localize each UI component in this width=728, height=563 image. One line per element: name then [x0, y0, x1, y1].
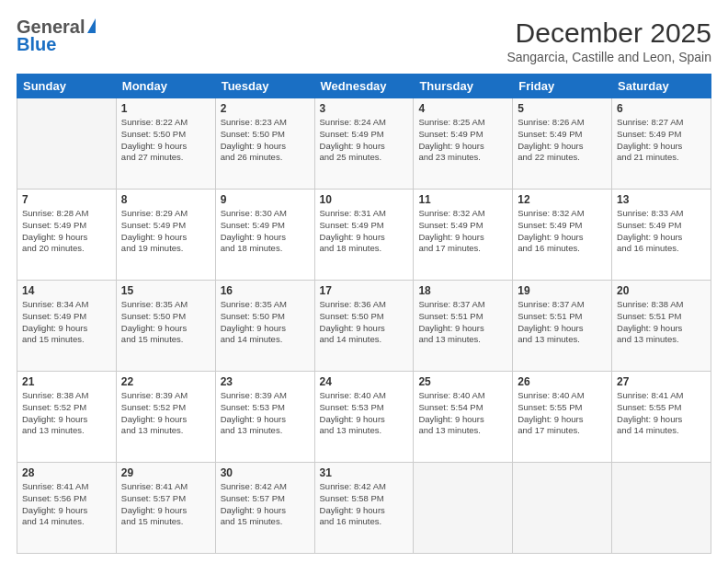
day-info: Sunrise: 8:30 AM Sunset: 5:49 PM Dayligh… [221, 208, 310, 255]
cell-w4-d5: 25Sunrise: 8:40 AM Sunset: 5:54 PM Dayli… [414, 372, 513, 463]
cell-w1-d2: 1Sunrise: 8:22 AM Sunset: 5:50 PM Daylig… [116, 98, 215, 190]
day-info: Sunrise: 8:22 AM Sunset: 5:50 PM Dayligh… [121, 117, 210, 164]
day-number: 13 [617, 193, 706, 206]
day-info: Sunrise: 8:29 AM Sunset: 5:49 PM Dayligh… [121, 208, 210, 255]
cell-w2-d2: 8Sunrise: 8:29 AM Sunset: 5:49 PM Daylig… [116, 190, 215, 281]
day-number: 7 [22, 193, 111, 206]
day-info: Sunrise: 8:32 AM Sunset: 5:49 PM Dayligh… [418, 208, 507, 255]
day-number: 28 [22, 466, 111, 479]
day-number: 1 [121, 102, 210, 115]
cell-w5-d5 [414, 463, 513, 554]
day-number: 6 [617, 102, 706, 115]
day-info: Sunrise: 8:42 AM Sunset: 5:57 PM Dayligh… [221, 481, 310, 528]
cell-w2-d3: 9Sunrise: 8:30 AM Sunset: 5:49 PM Daylig… [215, 190, 314, 281]
cell-w2-d4: 10Sunrise: 8:31 AM Sunset: 5:49 PM Dayli… [314, 190, 414, 281]
day-info: Sunrise: 8:38 AM Sunset: 5:52 PM Dayligh… [22, 390, 111, 437]
day-info: Sunrise: 8:39 AM Sunset: 5:53 PM Dayligh… [221, 390, 310, 437]
cell-w1-d5: 4Sunrise: 8:25 AM Sunset: 5:49 PM Daylig… [414, 98, 513, 190]
day-number: 23 [221, 375, 310, 388]
main-title: December 2025 [506, 17, 711, 50]
cell-w3-d2: 15Sunrise: 8:35 AM Sunset: 5:50 PM Dayli… [116, 281, 215, 372]
day-info: Sunrise: 8:42 AM Sunset: 5:58 PM Dayligh… [320, 481, 409, 528]
day-info: Sunrise: 8:35 AM Sunset: 5:50 PM Dayligh… [121, 299, 210, 346]
cell-w2-d1: 7Sunrise: 8:28 AM Sunset: 5:49 PM Daylig… [17, 190, 117, 281]
day-number: 2 [221, 102, 310, 115]
day-number: 3 [320, 102, 409, 115]
day-number: 29 [121, 466, 210, 479]
day-info: Sunrise: 8:40 AM Sunset: 5:55 PM Dayligh… [518, 390, 607, 437]
cell-w2-d6: 12Sunrise: 8:32 AM Sunset: 5:49 PM Dayli… [513, 190, 612, 281]
cell-w5-d1: 28Sunrise: 8:41 AM Sunset: 5:56 PM Dayli… [17, 463, 117, 554]
day-info: Sunrise: 8:38 AM Sunset: 5:51 PM Dayligh… [617, 299, 706, 346]
day-info: Sunrise: 8:33 AM Sunset: 5:49 PM Dayligh… [617, 208, 706, 255]
header-wednesday: Wednesday [314, 75, 414, 98]
week-row-2: 7Sunrise: 8:28 AM Sunset: 5:49 PM Daylig… [17, 190, 711, 281]
cell-w5-d6 [513, 463, 612, 554]
day-info: Sunrise: 8:37 AM Sunset: 5:51 PM Dayligh… [418, 299, 507, 346]
day-number: 15 [121, 284, 210, 297]
day-info: Sunrise: 8:36 AM Sunset: 5:50 PM Dayligh… [320, 299, 409, 346]
day-info: Sunrise: 8:32 AM Sunset: 5:49 PM Dayligh… [518, 208, 607, 255]
logo-triangle-icon [87, 18, 96, 33]
day-info: Sunrise: 8:23 AM Sunset: 5:50 PM Dayligh… [221, 117, 310, 164]
cell-w4-d1: 21Sunrise: 8:38 AM Sunset: 5:52 PM Dayli… [17, 372, 117, 463]
cell-w4-d6: 26Sunrise: 8:40 AM Sunset: 5:55 PM Dayli… [513, 372, 612, 463]
day-number: 20 [617, 284, 706, 297]
cell-w1-d6: 5Sunrise: 8:26 AM Sunset: 5:49 PM Daylig… [513, 98, 612, 190]
header-sunday: Sunday [17, 75, 117, 98]
day-number: 10 [320, 193, 409, 206]
day-number: 22 [121, 375, 210, 388]
day-info: Sunrise: 8:24 AM Sunset: 5:49 PM Dayligh… [320, 117, 409, 164]
cell-w5-d7 [612, 463, 711, 554]
title-section: December 2025 Sangarcia, Castille and Le… [506, 17, 711, 64]
day-number: 4 [418, 102, 507, 115]
header-tuesday: Tuesday [215, 75, 314, 98]
week-row-3: 14Sunrise: 8:34 AM Sunset: 5:49 PM Dayli… [17, 281, 711, 372]
cell-w4-d2: 22Sunrise: 8:39 AM Sunset: 5:52 PM Dayli… [116, 372, 215, 463]
day-info: Sunrise: 8:37 AM Sunset: 5:51 PM Dayligh… [518, 299, 607, 346]
cell-w3-d6: 19Sunrise: 8:37 AM Sunset: 5:51 PM Dayli… [513, 281, 612, 372]
cell-w4-d7: 27Sunrise: 8:41 AM Sunset: 5:55 PM Dayli… [612, 372, 711, 463]
day-number: 16 [221, 284, 310, 297]
day-number: 5 [518, 102, 607, 115]
cell-w3-d1: 14Sunrise: 8:34 AM Sunset: 5:49 PM Dayli… [17, 281, 117, 372]
day-number: 31 [320, 466, 409, 479]
day-number: 17 [320, 284, 409, 297]
day-number: 27 [617, 375, 706, 388]
day-number: 18 [418, 284, 507, 297]
cell-w3-d7: 20Sunrise: 8:38 AM Sunset: 5:51 PM Dayli… [612, 281, 711, 372]
day-number: 24 [320, 375, 409, 388]
day-info: Sunrise: 8:34 AM Sunset: 5:49 PM Dayligh… [22, 299, 111, 346]
day-number: 8 [121, 193, 210, 206]
day-info: Sunrise: 8:41 AM Sunset: 5:55 PM Dayligh… [617, 390, 706, 437]
day-info: Sunrise: 8:39 AM Sunset: 5:52 PM Dayligh… [121, 390, 210, 437]
logo-blue-text: Blue [17, 34, 56, 55]
day-number: 9 [221, 193, 310, 206]
cell-w1-d4: 3Sunrise: 8:24 AM Sunset: 5:49 PM Daylig… [314, 98, 414, 190]
week-row-5: 28Sunrise: 8:41 AM Sunset: 5:56 PM Dayli… [17, 463, 711, 554]
day-number: 14 [22, 284, 111, 297]
cell-w1-d3: 2Sunrise: 8:23 AM Sunset: 5:50 PM Daylig… [215, 98, 314, 190]
header-monday: Monday [116, 75, 215, 98]
logo: General Blue [17, 17, 96, 55]
day-number: 26 [518, 375, 607, 388]
day-info: Sunrise: 8:26 AM Sunset: 5:49 PM Dayligh… [518, 117, 607, 164]
cell-w3-d4: 17Sunrise: 8:36 AM Sunset: 5:50 PM Dayli… [314, 281, 414, 372]
calendar-header-row: Sunday Monday Tuesday Wednesday Thursday… [17, 75, 711, 98]
page: General Blue December 2025 Sangarcia, Ca… [0, 0, 728, 563]
day-info: Sunrise: 8:35 AM Sunset: 5:50 PM Dayligh… [221, 299, 310, 346]
cell-w2-d7: 13Sunrise: 8:33 AM Sunset: 5:49 PM Dayli… [612, 190, 711, 281]
day-number: 11 [418, 193, 507, 206]
cell-w1-d1 [17, 98, 117, 190]
day-info: Sunrise: 8:41 AM Sunset: 5:56 PM Dayligh… [22, 481, 111, 528]
cell-w5-d3: 30Sunrise: 8:42 AM Sunset: 5:57 PM Dayli… [215, 463, 314, 554]
cell-w4-d4: 24Sunrise: 8:40 AM Sunset: 5:53 PM Dayli… [314, 372, 414, 463]
day-info: Sunrise: 8:25 AM Sunset: 5:49 PM Dayligh… [418, 117, 507, 164]
cell-w1-d7: 6Sunrise: 8:27 AM Sunset: 5:49 PM Daylig… [612, 98, 711, 190]
cell-w3-d5: 18Sunrise: 8:37 AM Sunset: 5:51 PM Dayli… [414, 281, 513, 372]
day-number: 12 [518, 193, 607, 206]
header: General Blue December 2025 Sangarcia, Ca… [17, 17, 711, 64]
day-info: Sunrise: 8:27 AM Sunset: 5:49 PM Dayligh… [617, 117, 706, 164]
cell-w4-d3: 23Sunrise: 8:39 AM Sunset: 5:53 PM Dayli… [215, 372, 314, 463]
cell-w2-d5: 11Sunrise: 8:32 AM Sunset: 5:49 PM Dayli… [414, 190, 513, 281]
